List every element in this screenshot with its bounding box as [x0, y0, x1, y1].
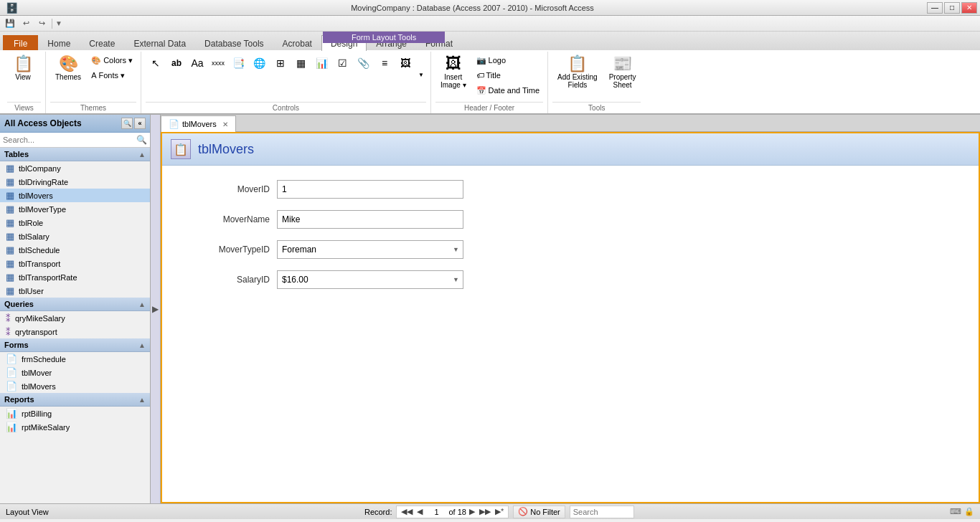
nav-item-tblMovers[interactable]: ▦ tblMovers — [0, 189, 150, 202]
no-filter-button[interactable]: 🚫 No Filter — [513, 506, 565, 518]
nav-item-tblMovers-form[interactable]: 📄 tblMovers — [0, 379, 150, 393]
salary-select[interactable]: $16.00 $14.00 $18.00 — [277, 270, 463, 289]
nav-section-tables[interactable]: Tables ▲ — [0, 148, 150, 161]
search-field — [570, 506, 634, 518]
nav-item-label: frmSchedule — [22, 355, 66, 364]
caps-indicator: 🔒 — [964, 507, 974, 516]
nav-item-tblTransportRate[interactable]: ▦ tblTransportRate — [0, 270, 150, 284]
search-status-input[interactable] — [573, 508, 631, 516]
checkbox-btn[interactable]: ☑ — [333, 53, 353, 73]
subform-btn[interactable]: ▦ — [291, 53, 311, 73]
form-icon: 📄 — [6, 367, 17, 378]
datetime-label: Date and Time — [489, 86, 540, 95]
record-next-btn[interactable]: ▶ — [468, 507, 476, 516]
form-icon: 📄 — [6, 353, 17, 364]
nav-item-qryMikeSalary[interactable]: ⁑ qryMikeSalary — [0, 311, 150, 325]
hyperlink-btn[interactable]: 🌐 — [250, 53, 270, 73]
nav-item-tblDrivingRate[interactable]: ▦ tblDrivingRate — [0, 175, 150, 189]
textbox-icon: ab — [171, 58, 182, 68]
nav-pane-header[interactable]: All Access Objects 🔍 « — [0, 115, 150, 133]
property-sheet-button[interactable]: 📰 PropertySheet — [604, 53, 641, 92]
select-control-btn[interactable]: ↖ — [146, 53, 166, 73]
more-controls-btn[interactable]: ▼ — [416, 53, 426, 96]
search-icon[interactable]: 🔍 — [136, 135, 147, 145]
nav-item-tblMoverType[interactable]: ▦ tblMoverType — [0, 202, 150, 216]
text-box-btn[interactable]: ab — [166, 53, 187, 73]
cursor-icon: ↖ — [151, 57, 160, 69]
insert-image-button[interactable]: 🖼 InsertImage ▾ — [435, 53, 471, 92]
qa-customize[interactable]: ▼ — [55, 19, 62, 27]
form-tools-band: Form Layout Tools — [323, 32, 445, 43]
mover-type-select[interactable]: Foreman Mover — [277, 240, 463, 259]
nav-collapse-btn[interactable]: « — [134, 118, 146, 129]
table-icon: ▦ — [6, 285, 14, 296]
tab-home[interactable]: Home — [38, 35, 80, 51]
mover-id-input[interactable] — [277, 180, 463, 199]
nav-section-queries[interactable]: Queries ▲ — [0, 298, 150, 311]
fonts-button[interactable]: A Fonts ▾ — [88, 68, 136, 82]
nav-item-rptBilling[interactable]: 📊 rptBilling — [0, 407, 150, 420]
colors-button[interactable]: 🎨 Colors ▾ — [88, 53, 136, 67]
nav-search-btn[interactable]: 🔍 — [121, 118, 133, 129]
nav-section-forms[interactable]: Forms ▲ — [0, 338, 150, 352]
nav-item-qrytransport[interactable]: ⁑ qrytransport — [0, 325, 150, 338]
nav-item-tblSalary[interactable]: ▦ tblSalary — [0, 229, 150, 243]
close-button[interactable]: ✕ — [961, 2, 977, 14]
logo-button[interactable]: 📷 Logo — [473, 53, 544, 67]
tab-file[interactable]: File — [3, 35, 38, 51]
button-control-btn[interactable]: xxxx — [208, 53, 228, 73]
mover-name-input[interactable] — [277, 210, 463, 229]
view-button[interactable]: 📋 View — [7, 53, 39, 84]
add-fields-button[interactable]: 📋 Add ExistingFields — [552, 53, 603, 92]
nav-item-tblTransport[interactable]: ▦ tblTransport — [0, 257, 150, 270]
nav-item-tblUser[interactable]: ▦ tblUser — [0, 284, 150, 298]
nav-section-reports[interactable]: Reports ▲ — [0, 393, 150, 407]
datetime-button[interactable]: 📅 Date and Time — [473, 83, 544, 98]
nav-item-tblRole[interactable]: ▦ tblRole — [0, 216, 150, 229]
tab-database-tools[interactable]: Database Tools — [195, 35, 273, 51]
tab-strip: 📄 tblMovers ✕ — [161, 115, 980, 132]
record-last-btn[interactable]: ▶▶ — [478, 507, 492, 516]
view-icon: 📋 — [14, 56, 33, 72]
listbox-btn[interactable]: ≡ — [374, 53, 395, 73]
minimize-button[interactable]: — — [927, 2, 943, 14]
nav-item-label: tblMovers — [22, 382, 56, 391]
title-label: Title — [486, 71, 501, 80]
table-icon: ▦ — [6, 190, 14, 201]
redo-quick-btn[interactable]: ↪ — [34, 17, 49, 30]
tab-close-btn[interactable]: ✕ — [222, 120, 228, 128]
hyperlink-icon: 🌐 — [253, 57, 265, 69]
nav-item-tblSchedule[interactable]: ▦ tblSchedule — [0, 243, 150, 257]
form-field-mover-type: MoverTypeID Foreman Mover — [184, 240, 957, 259]
navigation-pane: All Access Objects 🔍 « 🔍 Tables ▲ ▦ tblC… — [0, 115, 151, 503]
label-btn[interactable]: Aa — [187, 53, 207, 73]
tab-acrobat[interactable]: Acrobat — [273, 35, 321, 51]
record-current-input[interactable] — [425, 508, 447, 516]
tab-control-btn[interactable]: 📑 — [229, 53, 249, 73]
nav-item-tblMover[interactable]: 📄 tblMover — [0, 366, 150, 379]
save-quick-btn[interactable]: 💾 — [3, 17, 17, 30]
record-new-btn[interactable]: ▶* — [494, 507, 505, 516]
themes-button[interactable]: 🎨 Themes — [50, 53, 86, 84]
title-button[interactable]: 🏷 Title — [473, 68, 544, 82]
maximize-button[interactable]: □ — [944, 2, 960, 14]
content-tab-tblMovers[interactable]: 📄 tblMovers ✕ — [161, 115, 236, 132]
record-prev-btn[interactable]: ◀ — [415, 507, 424, 516]
tab-external-data[interactable]: External Data — [124, 35, 195, 51]
table-icon: ▦ — [6, 163, 14, 174]
chart-btn[interactable]: 📊 — [312, 53, 332, 73]
query-icon: ⁑ — [6, 313, 11, 323]
ribbon-group-themes: 🎨 Themes 🎨 Colors ▾ A Fonts ▾ Themes — [46, 52, 141, 113]
search-input[interactable] — [3, 136, 136, 144]
nav-control-btn[interactable]: ⊞ — [270, 53, 291, 73]
reports-label: Reports — [4, 395, 34, 404]
nav-item-tblCompany[interactable]: ▦ tblCompany — [0, 161, 150, 175]
tab-create[interactable]: Create — [80, 35, 124, 51]
image-btn[interactable]: 🖼 — [395, 53, 415, 73]
nav-item-rptMikeSalary[interactable]: 📊 rptMikeSalary — [0, 420, 150, 434]
record-first-btn[interactable]: ◀◀ — [400, 507, 414, 516]
nav-item-frmSchedule[interactable]: 📄 frmSchedule — [0, 352, 150, 366]
attachment-btn[interactable]: 📎 — [354, 53, 374, 73]
nav-collapse-arrow[interactable]: ▶ — [151, 115, 161, 503]
undo-quick-btn[interactable]: ↩ — [19, 17, 33, 30]
